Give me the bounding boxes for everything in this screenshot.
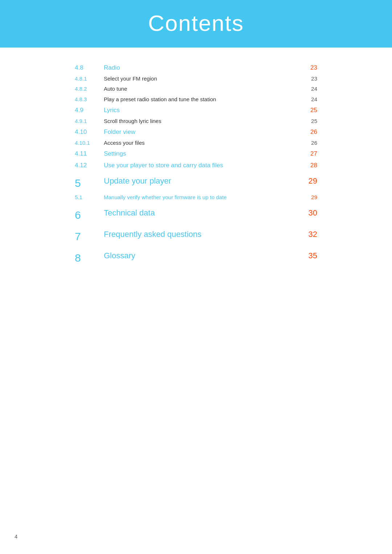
page-number-5: 29: [305, 174, 319, 192]
toc-row-4-8-2: 4.8.2 Auto tune 24: [73, 84, 319, 94]
footer-page-number: 4: [15, 533, 17, 539]
page-number-4-8-2: 24: [305, 84, 319, 94]
section-title-4-12: Use your player to store and carry data …: [102, 160, 305, 171]
section-title-4-9: Lyrics: [102, 104, 305, 116]
toc-row-4-9: 4.9 Lyrics 25: [73, 104, 319, 116]
page-number-4-9-1: 25: [305, 116, 319, 127]
section-title-6: Technical data: [102, 206, 305, 224]
toc-row-5: 5 Update your player 29: [73, 174, 319, 192]
section-title-8: Glossary: [102, 249, 305, 267]
page-number-4-10: 26: [305, 126, 319, 138]
toc-row-5-1: 5.1 Manually verify whether your firmwar…: [73, 192, 319, 203]
section-title-5-1: Manually verify whether your firmware is…: [102, 192, 305, 203]
section-title-4-8-1: Select your FM region: [102, 74, 305, 84]
page-number-4-12: 28: [305, 160, 319, 171]
content-area: 4.8 Radio 23 4.8.1 Select your FM region…: [0, 48, 392, 289]
section-title-4-11: Settings: [102, 148, 305, 160]
toc-row-4-8-1: 4.8.1 Select your FM region 23: [73, 74, 319, 84]
page-number-4-8-3: 24: [305, 94, 319, 105]
spacer-4: [73, 246, 319, 249]
page-number-4-8-1: 23: [305, 74, 319, 84]
toc-row-4-10-1: 4.10.1 Access your files 26: [73, 138, 319, 148]
section-number-4-9: 4.9: [73, 104, 102, 116]
section-number-4-8-2: 4.8.2: [73, 84, 102, 94]
spacer-3: [73, 224, 319, 227]
spacer-2: [73, 203, 319, 206]
toc-row-6: 6 Technical data 30: [73, 206, 319, 224]
section-number-4-10: 4.10: [73, 126, 102, 138]
section-title-4-8-3: Play a preset radio station and tune the…: [102, 94, 305, 105]
page-number-5-1: 29: [305, 192, 319, 203]
section-number-6: 6: [73, 206, 102, 224]
spacer-1: [73, 171, 319, 174]
page-number-8: 35: [305, 249, 319, 267]
section-title-4-8-2: Auto tune: [102, 84, 305, 94]
toc-table: 4.8 Radio 23 4.8.1 Select your FM region…: [73, 62, 319, 267]
section-number-5: 5: [73, 174, 102, 192]
page-number-4-10-1: 26: [305, 138, 319, 148]
toc-row-4-9-1: 4.9.1 Scroll through lyric lines 25: [73, 116, 319, 127]
section-number-4-9-1: 4.9.1: [73, 116, 102, 127]
toc-row-4-8-3: 4.8.3 Play a preset radio station and tu…: [73, 94, 319, 105]
page-number-4-8: 23: [305, 62, 319, 74]
section-number-4-12: 4.12: [73, 160, 102, 171]
toc-row-4-8: 4.8 Radio 23: [73, 62, 319, 74]
section-title-5: Update your player: [102, 174, 305, 192]
section-number-4-8: 4.8: [73, 62, 102, 74]
page-number-6: 30: [305, 206, 319, 224]
toc-row-8: 8 Glossary 35: [73, 249, 319, 267]
section-title-4-9-1: Scroll through lyric lines: [102, 116, 305, 127]
page-number-7: 32: [305, 227, 319, 246]
section-title-4-10-1: Access your files: [102, 138, 305, 148]
section-title-4-10: Folder view: [102, 126, 305, 138]
page-number-4-9: 25: [305, 104, 319, 116]
section-number-4-10-1: 4.10.1: [73, 138, 102, 148]
toc-row-4-12: 4.12 Use your player to store and carry …: [73, 160, 319, 171]
page-title: Contents: [0, 10, 392, 36]
header-banner: Contents: [0, 0, 392, 48]
section-number-4-8-3: 4.8.3: [73, 94, 102, 105]
section-number-7: 7: [73, 227, 102, 246]
section-number-4-8-1: 4.8.1: [73, 74, 102, 84]
section-number-4-11: 4.11: [73, 148, 102, 160]
toc-row-4-10: 4.10 Folder view 26: [73, 126, 319, 138]
toc-row-7: 7 Frequently asked questions 32: [73, 227, 319, 246]
toc-row-4-11: 4.11 Settings 27: [73, 148, 319, 160]
section-number-8: 8: [73, 249, 102, 267]
section-number-5-1: 5.1: [73, 192, 102, 203]
section-title-4-8: Radio: [102, 62, 305, 74]
page-number-4-11: 27: [305, 148, 319, 160]
page-container: Contents 4.8 Radio 23 4.8.1 Select your …: [0, 0, 392, 554]
section-title-7: Frequently asked questions: [102, 227, 305, 246]
